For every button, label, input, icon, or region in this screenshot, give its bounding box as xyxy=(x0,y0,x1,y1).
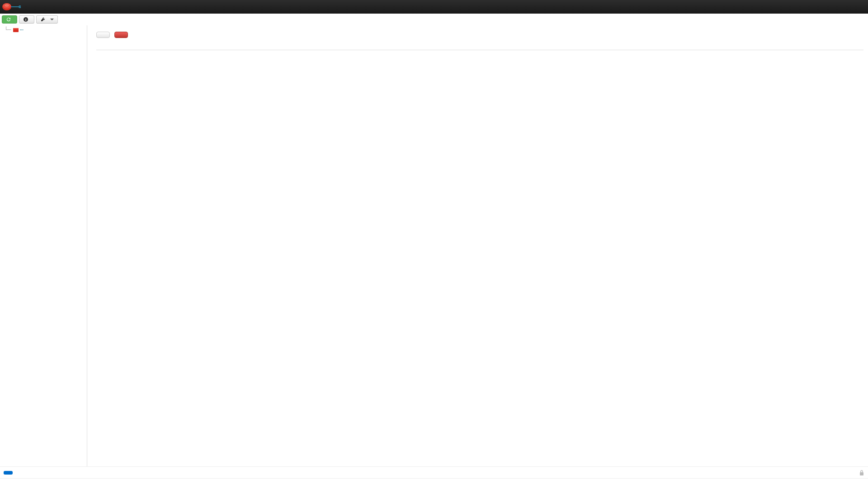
svg-rect-9 xyxy=(860,472,863,475)
tree-node-label xyxy=(20,29,24,30)
tree-connector-icon: └─ xyxy=(5,27,12,33)
info-icon: i xyxy=(23,17,28,22)
toolbar: i xyxy=(0,14,868,25)
footer-bar xyxy=(0,466,868,478)
refresh-button[interactable] xyxy=(2,15,17,24)
svg-rect-8 xyxy=(13,28,19,29)
redis-logo-icon xyxy=(2,1,21,12)
key-tree: └─ xyxy=(0,26,87,33)
refresh-icon xyxy=(6,17,11,22)
database-icon xyxy=(13,27,19,33)
server-info-table xyxy=(96,43,863,50)
wrench-icon xyxy=(40,17,46,22)
content-action-bar xyxy=(96,32,863,38)
more-button[interactable] xyxy=(36,15,58,24)
chevron-down-icon xyxy=(50,19,54,20)
col-header-value xyxy=(480,43,864,50)
terminal[interactable] xyxy=(0,478,868,484)
main-layout: └─ xyxy=(0,25,868,466)
app-header xyxy=(0,0,868,14)
commands-button[interactable]: i xyxy=(19,15,34,24)
content-pane xyxy=(87,25,868,466)
add-new-key-button[interactable] xyxy=(96,32,110,38)
disconnect-button[interactable] xyxy=(114,32,128,38)
connection-badge[interactable] xyxy=(4,471,13,475)
lock-icon xyxy=(859,470,864,476)
sidebar: └─ xyxy=(0,25,87,466)
svg-text:i: i xyxy=(25,18,26,22)
col-header-name xyxy=(96,43,480,50)
svg-point-2 xyxy=(5,4,9,7)
tree-node-connection[interactable]: └─ xyxy=(4,26,87,33)
